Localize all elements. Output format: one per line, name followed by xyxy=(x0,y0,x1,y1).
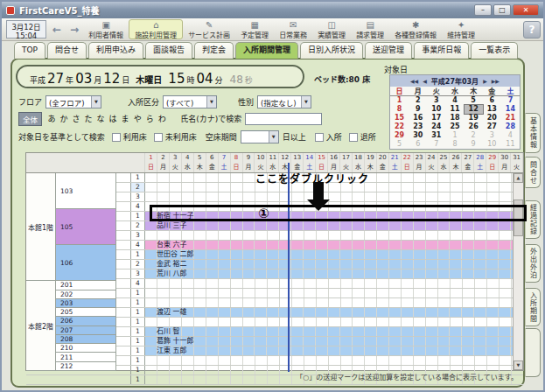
date-cell[interactable] xyxy=(219,231,231,240)
date-cell[interactable] xyxy=(328,346,340,355)
date-cell[interactable] xyxy=(182,298,194,307)
date-cell[interactable] xyxy=(438,250,451,259)
date-cell[interactable] xyxy=(499,337,511,346)
date-cell[interactable] xyxy=(389,270,402,278)
date-cell[interactable] xyxy=(438,298,451,307)
minimize-button[interactable]: – xyxy=(474,4,492,16)
date-cell[interactable] xyxy=(317,318,329,326)
discharge-checkbox[interactable] xyxy=(349,133,358,142)
date-cell[interactable] xyxy=(438,308,451,317)
calendar-day[interactable]: 5 xyxy=(465,96,483,105)
date-cell[interactable] xyxy=(280,318,292,326)
calendar-day[interactable]: 24 xyxy=(427,122,445,131)
date-cell[interactable] xyxy=(389,231,402,240)
date-cell[interactable] xyxy=(268,298,280,307)
kana-button[interactable]: わ xyxy=(158,115,166,123)
occupant-name[interactable]: 渡辺 一雄 xyxy=(157,308,187,317)
date-cell[interactable] xyxy=(426,231,438,240)
date-cell[interactable] xyxy=(194,231,206,240)
calendar-day[interactable]: 9 xyxy=(465,140,483,149)
date-cell[interactable] xyxy=(500,192,512,201)
date-cell[interactable] xyxy=(426,346,438,355)
vacancy-period-select[interactable]: ▼ xyxy=(241,130,279,144)
date-cell[interactable] xyxy=(365,270,377,278)
date-cell[interactable] xyxy=(450,270,462,278)
date-cell[interactable] xyxy=(365,250,377,259)
date-cell[interactable] xyxy=(182,366,194,374)
floor-select[interactable]: (全フロア) ▼ xyxy=(45,95,101,108)
date-cell[interactable] xyxy=(438,192,451,201)
date-cell[interactable] xyxy=(487,231,500,240)
tab-7[interactable]: 日別入所状況 xyxy=(300,42,363,59)
date-cell[interactable] xyxy=(402,279,414,288)
date-cell[interactable] xyxy=(474,346,486,355)
date-cell[interactable] xyxy=(426,308,438,317)
date-cell[interactable] xyxy=(316,241,328,249)
calendar-day[interactable]: 6 xyxy=(483,96,501,105)
date-cell[interactable] xyxy=(243,241,255,249)
date-cell[interactable] xyxy=(389,221,402,230)
date-cell[interactable] xyxy=(243,260,255,269)
date-cell[interactable] xyxy=(304,337,316,346)
date-cell[interactable] xyxy=(438,279,451,288)
date-cell[interactable] xyxy=(451,289,463,298)
date-cell[interactable] xyxy=(402,327,414,336)
calendar-day[interactable]: 9 xyxy=(409,105,427,114)
date-cell[interactable] xyxy=(353,221,365,230)
date-cell[interactable] xyxy=(231,327,243,336)
date-cell[interactable] xyxy=(231,241,243,249)
date-cell[interactable] xyxy=(365,308,377,317)
calendar-day[interactable]: 28 xyxy=(501,122,520,131)
date-cell[interactable] xyxy=(280,298,292,307)
date-cell[interactable] xyxy=(170,318,182,326)
date-cell[interactable] xyxy=(170,375,182,384)
date-cell[interactable] xyxy=(487,298,500,307)
date-cell[interactable] xyxy=(231,183,243,192)
kana-button[interactable]: ま xyxy=(122,115,129,123)
date-cell[interactable] xyxy=(317,231,329,240)
date-cell[interactable] xyxy=(170,183,182,192)
date-cell[interactable] xyxy=(145,270,157,278)
tab-9[interactable]: 事業所日報 xyxy=(414,42,469,59)
date-cell[interactable] xyxy=(340,327,353,336)
date-cell[interactable] xyxy=(279,250,291,259)
date-cell[interactable] xyxy=(291,270,304,278)
date-cell[interactable] xyxy=(414,173,426,182)
date-cell[interactable] xyxy=(279,346,291,355)
date-cell[interactable] xyxy=(219,260,231,269)
date-cell[interactable] xyxy=(365,241,377,249)
calendar-day[interactable]: 4 xyxy=(501,131,520,140)
kana-button[interactable]: た xyxy=(85,115,93,123)
date-cell[interactable] xyxy=(353,279,365,288)
date-cell[interactable] xyxy=(463,231,475,240)
date-cell[interactable] xyxy=(219,192,231,201)
date-cell[interactable] xyxy=(194,173,206,182)
date-cell[interactable] xyxy=(353,241,365,249)
date-cell[interactable] xyxy=(219,375,231,384)
date-cell[interactable] xyxy=(426,260,438,269)
admission-class-select[interactable]: (すべて) ▼ xyxy=(163,95,217,108)
date-cell[interactable] xyxy=(267,308,279,317)
date-cell[interactable] xyxy=(450,308,462,317)
date-cell[interactable] xyxy=(316,308,328,317)
date-cell[interactable] xyxy=(219,327,231,336)
date-cell[interactable] xyxy=(231,346,243,355)
date-cell[interactable] xyxy=(426,356,438,365)
date-cell[interactable] xyxy=(499,327,511,336)
calendar-day[interactable]: 19 xyxy=(465,114,483,122)
date-cell[interactable] xyxy=(463,173,475,182)
date-cell[interactable] xyxy=(500,356,512,365)
toolbar-button-maintenance[interactable]: ✦維持管理 xyxy=(442,19,480,39)
tab-2[interactable]: 問合せ xyxy=(47,42,87,59)
date-cell[interactable] xyxy=(219,183,231,192)
date-cell[interactable] xyxy=(402,289,414,298)
calendar-day[interactable]: 29 xyxy=(390,131,409,140)
date-cell[interactable] xyxy=(280,356,292,365)
date-cell[interactable] xyxy=(365,356,377,365)
date-cell[interactable] xyxy=(145,250,157,259)
date-cell[interactable] xyxy=(402,298,414,307)
date-cell[interactable] xyxy=(145,260,157,269)
date-cell[interactable] xyxy=(414,270,426,278)
date-cell[interactable] xyxy=(414,308,426,317)
date-cell[interactable] xyxy=(304,250,316,259)
